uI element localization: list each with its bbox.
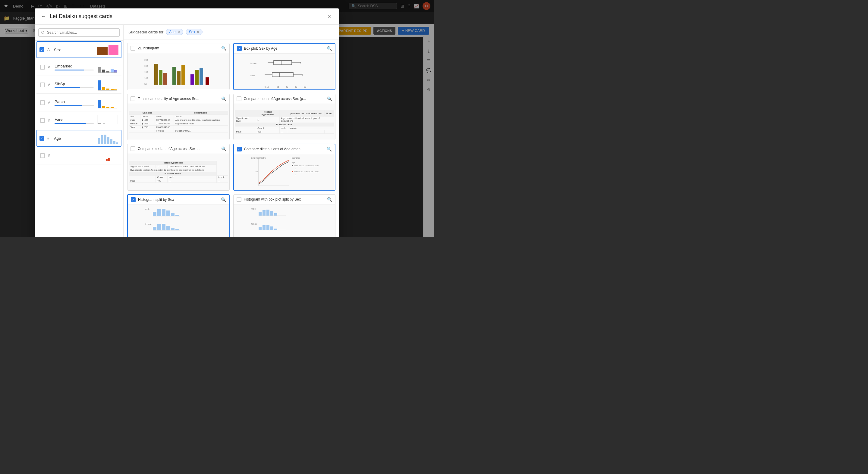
svg-rect-3 — [111, 69, 114, 73]
card-hist-split-sex[interactable]: ✓ Histogram split by Sex 🔍 male female — [127, 194, 230, 237]
svg-text:80: 80 — [304, 86, 306, 88]
card-box-plot[interactable]: ✓ Box plot: Sex by Age 🔍 female male — [233, 43, 336, 90]
variable-item-age[interactable]: ✓ # Age — [36, 130, 121, 147]
modal-title: Let Dataiku suggest cards — [50, 13, 313, 20]
variable-name-embarked: Embarked — [55, 64, 94, 68]
svg-text:Age: Age — [292, 162, 295, 164]
svg-rect-85 — [176, 215, 179, 216]
card-compare-mean[interactable]: Compare mean of Age across Sex (p... 🔍 T… — [233, 94, 336, 140]
variable-item-more[interactable]: # — [36, 147, 121, 164]
svg-rect-42 — [181, 65, 185, 85]
card-compare-median-checkbox[interactable] — [130, 146, 135, 151]
svg-text:female: female — [251, 223, 257, 225]
card-box-plot-title: Box plot: Sex by Age — [244, 46, 324, 50]
suggested-label: Suggested cards for — [128, 30, 163, 34]
card-compare-mean-preview: Tested hypothesisp-values correction met… — [234, 104, 336, 140]
svg-rect-105 — [270, 227, 273, 230]
variable-item-fare[interactable]: # Fare — [36, 112, 121, 129]
card-hist-boxplot-preview: male female — [234, 204, 336, 237]
modal-back-button[interactable]: ← — [41, 13, 46, 20]
svg-rect-57 — [272, 73, 293, 77]
svg-rect-39 — [163, 73, 167, 85]
filter-tag-sex[interactable]: Sex ✕ — [186, 29, 203, 35]
card-test-mean-preview: SamplesHypothesis SexCountMeanTested mal… — [127, 104, 229, 140]
variable-checkbox-sex[interactable]: ✓ — [39, 47, 44, 52]
variable-list: ✓ A Sex A — [35, 41, 123, 237]
variable-item-parch[interactable]: A Parch — [36, 94, 121, 111]
variable-checkbox-parch[interactable] — [40, 100, 45, 105]
variable-item-sibsp[interactable]: A SibSp — [36, 76, 121, 94]
svg-rect-97 — [262, 210, 266, 215]
svg-rect-89 — [162, 224, 165, 230]
svg-rect-0 — [98, 67, 101, 73]
card-compare-median-zoom[interactable]: 🔍 — [221, 146, 226, 151]
card-box-plot-zoom[interactable]: 🔍 — [327, 46, 332, 51]
svg-rect-22 — [107, 124, 110, 124]
card-2d-histogram-zoom[interactable]: 🔍 — [221, 46, 226, 50]
variables-search-input[interactable] — [38, 28, 120, 37]
modal-minimize-button[interactable]: – — [316, 13, 322, 20]
variable-type-more: # — [48, 154, 52, 158]
card-compare-median[interactable]: Compare median of Age across Sex ... 🔍 T… — [127, 144, 230, 191]
card-compare-dist-checkbox[interactable]: ✓ — [237, 147, 242, 151]
card-box-plot-checkbox[interactable]: ✓ — [237, 46, 242, 51]
modal-close-button[interactable]: ✕ — [326, 13, 333, 20]
suggested-header: Suggested cards for Age ✕ Sex ✕ — [124, 25, 339, 39]
card-hist-split-sex-checkbox[interactable]: ✓ — [131, 197, 135, 202]
svg-rect-12 — [98, 100, 101, 108]
card-hist-boxplot-checkbox[interactable] — [237, 197, 241, 202]
svg-text:1: 1 — [295, 174, 296, 176]
card-test-mean-zoom[interactable]: 🔍 — [221, 96, 226, 101]
card-test-mean[interactable]: Test mean equality of Age across Se... 🔍… — [127, 94, 230, 140]
card-compare-mean-checkbox[interactable] — [237, 96, 241, 101]
filter-tag-age[interactable]: Age ✕ — [166, 29, 183, 35]
variable-type-fare: # — [48, 118, 52, 123]
variable-chart-parch — [97, 97, 118, 109]
card-test-mean-checkbox[interactable] — [130, 96, 135, 101]
variable-checkbox-sibsp[interactable] — [40, 82, 45, 87]
card-compare-dist-zoom[interactable]: 🔍 — [327, 147, 332, 151]
svg-rect-45 — [199, 68, 203, 85]
suggest-cards-modal: ← Let Dataiku suggest cards – ✕ ✓ A Sex — [35, 8, 339, 237]
svg-rect-13 — [102, 106, 105, 108]
variable-checkbox-more[interactable] — [40, 153, 45, 158]
card-hist-boxplot-title: Histogram with box plot split by Sex — [244, 197, 325, 201]
svg-text:male: male — [251, 208, 255, 210]
svg-rect-8 — [106, 89, 110, 90]
filter-tag-sex-remove[interactable]: ✕ — [197, 30, 199, 34]
svg-rect-81 — [157, 209, 161, 216]
card-2d-histogram-preview: 250 200 150 100 50 — [127, 53, 229, 89]
card-hist-split-sex-preview: male female — [128, 204, 229, 237]
card-hist-split-sex-header: ✓ Histogram split by Sex 🔍 — [128, 195, 229, 204]
svg-rect-17 — [97, 115, 117, 124]
card-hist-boxplot[interactable]: Histogram with box plot split by Sex 🔍 m… — [233, 194, 336, 237]
svg-text:250: 250 — [144, 59, 148, 61]
variable-item-sex[interactable]: ✓ A Sex — [36, 41, 121, 58]
svg-rect-29 — [116, 142, 118, 144]
variable-checkbox-embarked[interactable] — [40, 65, 45, 70]
card-hist-split-sex-zoom[interactable]: 🔍 — [221, 197, 226, 202]
card-box-plot-preview: female male — [234, 53, 335, 90]
variable-checkbox-age[interactable]: ✓ — [39, 136, 44, 141]
variable-name-sibsp: SibSp — [55, 81, 94, 86]
variable-chart-sibsp — [97, 79, 118, 91]
svg-rect-21 — [103, 124, 105, 124]
filter-tag-age-remove[interactable]: ✕ — [178, 30, 180, 34]
svg-rect-72 — [292, 165, 293, 166]
card-2d-histogram[interactable]: 2D histogram 🔍 250 200 150 100 50 — [127, 43, 230, 90]
variable-name-age: Age — [54, 136, 94, 141]
svg-rect-44 — [195, 70, 198, 85]
svg-text:male 498 30.7732084 14.6437818: male 498 30.7732084 14.6437818 — [294, 165, 319, 167]
svg-text:25: 25 — [277, 86, 279, 88]
card-compare-mean-zoom[interactable]: 🔍 — [327, 96, 332, 101]
variable-checkbox-fare[interactable] — [40, 118, 45, 123]
card-hist-boxplot-zoom[interactable]: 🔍 — [327, 197, 332, 202]
svg-text:150: 150 — [144, 71, 148, 73]
svg-rect-75 — [292, 171, 293, 172]
variable-item-embarked[interactable]: A Embarked — [36, 59, 121, 76]
variable-chart-fare — [97, 114, 118, 127]
card-2d-histogram-checkbox[interactable] — [130, 46, 135, 50]
card-compare-dist[interactable]: ✓ Compare distributions of Age amon... 🔍… — [233, 144, 336, 191]
card-test-mean-header: Test mean equality of Age across Se... 🔍 — [127, 94, 229, 104]
cards-grid: 2D histogram 🔍 250 200 150 100 50 — [124, 39, 339, 237]
